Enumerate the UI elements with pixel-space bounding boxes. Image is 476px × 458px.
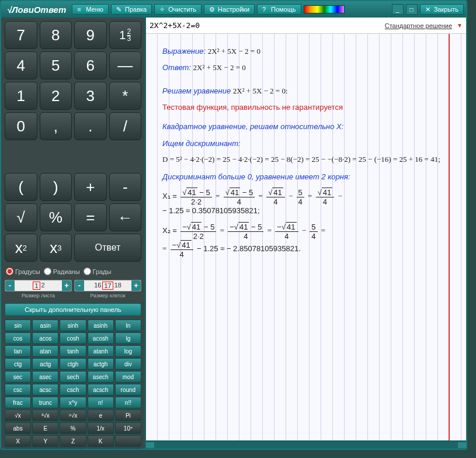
cell-size-plus[interactable]: + (131, 280, 141, 291)
help-button[interactable]: ?Помощь (257, 4, 301, 15)
fn-asin[interactable]: asin (32, 320, 58, 331)
fn-abs[interactable]: abs (5, 422, 31, 434)
radio-degrees[interactable] (6, 268, 13, 275)
fn-lg[interactable]: lg (115, 332, 141, 344)
hide-panel-button[interactable]: Скрыть дополнительную панель (5, 303, 141, 316)
fn-asech[interactable]: asech (88, 371, 114, 383)
angle-grads[interactable]: Грады (84, 268, 112, 275)
fn-sech[interactable]: sech (60, 371, 86, 383)
angle-radians[interactable]: Радианы (44, 268, 80, 275)
fn-ʸ√x[interactable]: ʸ√x (60, 410, 86, 421)
key-equals[interactable]: = (74, 203, 107, 231)
key-sqrt[interactable]: √ (5, 203, 37, 231)
fn-frac[interactable]: frac (5, 397, 31, 408)
key-answer[interactable]: Ответ (74, 234, 141, 262)
key-8[interactable]: 8 (40, 21, 72, 49)
key-9[interactable]: 9 (74, 21, 107, 49)
sheet-size-minus[interactable]: - (5, 280, 15, 291)
key-1[interactable]: 1 (5, 82, 37, 110)
fn-sec[interactable]: sec (5, 371, 31, 383)
fn-acsc[interactable]: acsc (32, 384, 58, 395)
key-percent[interactable]: % (40, 203, 72, 231)
key-3[interactable]: 3 (74, 82, 107, 110)
chevron-down-icon[interactable]: ▼ (457, 22, 463, 29)
fn-sin[interactable]: sin (5, 320, 31, 331)
fn-ctgh[interactable]: ctgh (60, 358, 86, 370)
fn-n!![interactable]: n!! (115, 397, 141, 408)
fn-asinh[interactable]: asinh (88, 320, 114, 331)
fn-div[interactable]: div (115, 358, 141, 370)
key-multiply[interactable]: * (109, 82, 142, 110)
key-backspace[interactable]: ← (109, 203, 142, 231)
fn-cos[interactable]: cos (5, 332, 31, 344)
fn-cosh[interactable]: cosh (60, 332, 86, 344)
minimize-button[interactable]: _ (392, 4, 404, 15)
fn-trunc[interactable]: trunc (32, 397, 58, 408)
fn-atanh[interactable]: atanh (88, 345, 114, 357)
fn-csch[interactable]: csch (60, 384, 86, 395)
cell-size-minus[interactable]: - (75, 280, 84, 291)
key-x-squared[interactable]: x2 (5, 234, 37, 262)
key-7[interactable]: 7 (5, 21, 37, 49)
key-mixed-fraction[interactable]: 123 (109, 21, 142, 49)
close-button[interactable]: ✕Закрыть (420, 4, 464, 15)
clear-button[interactable]: ✧Очистить (154, 4, 201, 15)
fn-Y[interactable]: Y (32, 435, 58, 447)
fn-ln[interactable]: ln (115, 320, 141, 331)
fn-√x[interactable]: √x (5, 410, 31, 421)
fn-actg[interactable]: actg (32, 358, 58, 370)
fn-tan[interactable]: tan (5, 345, 31, 357)
fn-sinh[interactable]: sinh (60, 320, 86, 331)
menu-button[interactable]: ≡Меню (72, 4, 109, 15)
solution-type-dropdown[interactable]: Стандартное решение (385, 22, 452, 29)
fn-csc[interactable]: csc (5, 384, 31, 395)
fn-round[interactable]: round (115, 384, 141, 395)
horizontal-scrollbar[interactable] (146, 440, 466, 449)
fn-tanh[interactable]: tanh (60, 345, 86, 357)
key-neg[interactable]: - (109, 173, 142, 201)
fn-E[interactable]: E (32, 422, 58, 434)
fn-blank[interactable] (115, 435, 141, 447)
key-6[interactable]: 6 (74, 51, 107, 79)
radio-grads[interactable] (84, 268, 91, 275)
edit-button[interactable]: ✎Правка (111, 4, 152, 15)
fn-%[interactable]: % (60, 422, 86, 434)
fn-x^y[interactable]: x^y (60, 397, 86, 408)
fn-D[interactable]: D (5, 448, 31, 449)
fn-F[interactable]: F (60, 448, 86, 449)
key-4[interactable]: 4 (5, 51, 37, 79)
key-comma[interactable]: , (40, 112, 72, 140)
fn-Pi[interactable]: Pi (115, 410, 141, 421)
fn-n![interactable]: n! (88, 397, 114, 408)
key-lparen[interactable]: ( (5, 173, 37, 201)
fn-Z[interactable]: Z (60, 435, 86, 447)
key-0[interactable]: 0 (5, 112, 37, 140)
key-5[interactable]: 5 (40, 51, 72, 79)
fn-³√x[interactable]: ³√x (32, 410, 58, 421)
fn-10ˣ[interactable]: 10ˣ (115, 422, 141, 434)
fn-K[interactable]: K (88, 435, 114, 447)
fn-e[interactable]: e (88, 410, 114, 421)
key-dot[interactable]: . (74, 112, 107, 140)
fn-Помощь[interactable]: Помощь (115, 448, 141, 449)
fn-acos[interactable]: acos (32, 332, 58, 344)
fn-ctg[interactable]: ctg (5, 358, 31, 370)
fn-acosh[interactable]: acosh (88, 332, 114, 344)
radio-radians[interactable] (44, 268, 51, 275)
key-2[interactable]: 2 (40, 82, 72, 110)
fn-1/x[interactable]: 1/x (88, 422, 114, 434)
key-minus[interactable]: — (109, 51, 142, 79)
expression-input[interactable] (150, 21, 380, 30)
fn-X[interactable]: X (5, 435, 31, 447)
settings-button[interactable]: ⚙Настройки (204, 4, 255, 15)
angle-degrees[interactable]: Градусы (6, 268, 40, 275)
key-x-cubed[interactable]: x3 (40, 234, 72, 262)
maximize-button[interactable]: □ (406, 4, 418, 15)
fn-atan[interactable]: atan (32, 345, 58, 357)
key-rparen[interactable]: ) (40, 173, 72, 201)
fn-F[interactable]: F (88, 448, 114, 449)
fn-acsch[interactable]: acsch (88, 384, 114, 395)
key-plus[interactable]: + (74, 173, 107, 201)
fn-asec[interactable]: asec (32, 371, 58, 383)
fn-log[interactable]: log (115, 345, 141, 357)
